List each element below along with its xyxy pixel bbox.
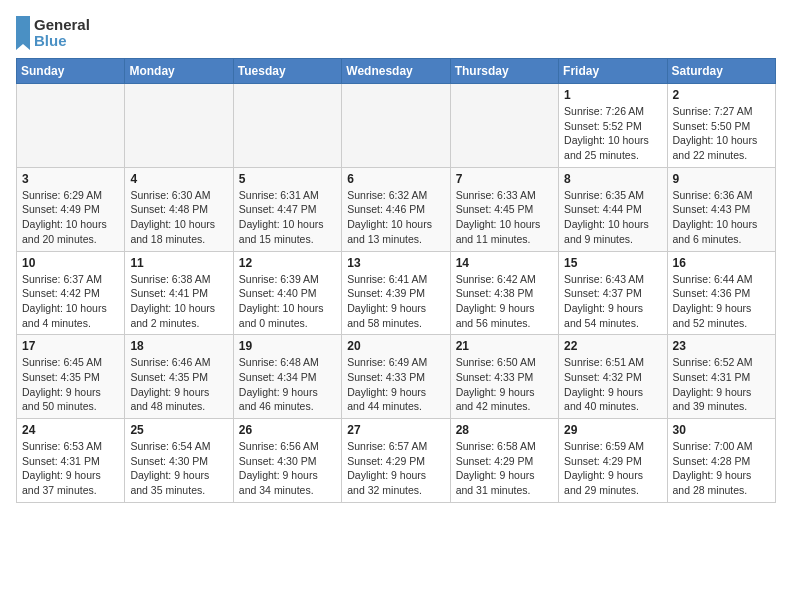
day-number: 8 xyxy=(564,172,661,186)
day-info: Sunrise: 6:51 AM Sunset: 4:32 PM Dayligh… xyxy=(564,355,661,414)
calendar-cell: 20Sunrise: 6:49 AM Sunset: 4:33 PM Dayli… xyxy=(342,335,450,419)
day-info: Sunrise: 7:26 AM Sunset: 5:52 PM Dayligh… xyxy=(564,104,661,163)
calendar-cell xyxy=(125,84,233,168)
calendar-cell: 16Sunrise: 6:44 AM Sunset: 4:36 PM Dayli… xyxy=(667,251,775,335)
day-number: 13 xyxy=(347,256,444,270)
calendar-cell: 18Sunrise: 6:46 AM Sunset: 4:35 PM Dayli… xyxy=(125,335,233,419)
day-info: Sunrise: 6:49 AM Sunset: 4:33 PM Dayligh… xyxy=(347,355,444,414)
calendar-header-tuesday: Tuesday xyxy=(233,59,341,84)
day-info: Sunrise: 6:56 AM Sunset: 4:30 PM Dayligh… xyxy=(239,439,336,498)
calendar-cell: 14Sunrise: 6:42 AM Sunset: 4:38 PM Dayli… xyxy=(450,251,558,335)
day-info: Sunrise: 6:31 AM Sunset: 4:47 PM Dayligh… xyxy=(239,188,336,247)
day-info: Sunrise: 7:27 AM Sunset: 5:50 PM Dayligh… xyxy=(673,104,770,163)
day-number: 23 xyxy=(673,339,770,353)
day-number: 17 xyxy=(22,339,119,353)
day-number: 2 xyxy=(673,88,770,102)
day-info: Sunrise: 6:36 AM Sunset: 4:43 PM Dayligh… xyxy=(673,188,770,247)
calendar-cell xyxy=(17,84,125,168)
calendar-cell: 17Sunrise: 6:45 AM Sunset: 4:35 PM Dayli… xyxy=(17,335,125,419)
logo-shape-icon xyxy=(16,16,30,50)
day-number: 22 xyxy=(564,339,661,353)
day-number: 4 xyxy=(130,172,227,186)
day-info: Sunrise: 6:37 AM Sunset: 4:42 PM Dayligh… xyxy=(22,272,119,331)
header: General Blue xyxy=(16,16,776,50)
calendar-cell xyxy=(342,84,450,168)
day-info: Sunrise: 6:45 AM Sunset: 4:35 PM Dayligh… xyxy=(22,355,119,414)
calendar-header-thursday: Thursday xyxy=(450,59,558,84)
calendar-cell xyxy=(450,84,558,168)
calendar-cell: 5Sunrise: 6:31 AM Sunset: 4:47 PM Daylig… xyxy=(233,167,341,251)
day-info: Sunrise: 6:52 AM Sunset: 4:31 PM Dayligh… xyxy=(673,355,770,414)
day-number: 11 xyxy=(130,256,227,270)
calendar-header-wednesday: Wednesday xyxy=(342,59,450,84)
logo-general: General xyxy=(34,17,90,34)
calendar-cell: 10Sunrise: 6:37 AM Sunset: 4:42 PM Dayli… xyxy=(17,251,125,335)
day-number: 20 xyxy=(347,339,444,353)
day-info: Sunrise: 6:54 AM Sunset: 4:30 PM Dayligh… xyxy=(130,439,227,498)
calendar-week-row: 3Sunrise: 6:29 AM Sunset: 4:49 PM Daylig… xyxy=(17,167,776,251)
day-number: 24 xyxy=(22,423,119,437)
calendar-week-row: 1Sunrise: 7:26 AM Sunset: 5:52 PM Daylig… xyxy=(17,84,776,168)
calendar-cell: 12Sunrise: 6:39 AM Sunset: 4:40 PM Dayli… xyxy=(233,251,341,335)
day-info: Sunrise: 6:35 AM Sunset: 4:44 PM Dayligh… xyxy=(564,188,661,247)
calendar-cell: 24Sunrise: 6:53 AM Sunset: 4:31 PM Dayli… xyxy=(17,419,125,503)
day-number: 30 xyxy=(673,423,770,437)
day-number: 14 xyxy=(456,256,553,270)
day-number: 9 xyxy=(673,172,770,186)
day-info: Sunrise: 6:33 AM Sunset: 4:45 PM Dayligh… xyxy=(456,188,553,247)
calendar-header-saturday: Saturday xyxy=(667,59,775,84)
day-number: 7 xyxy=(456,172,553,186)
calendar-week-row: 24Sunrise: 6:53 AM Sunset: 4:31 PM Dayli… xyxy=(17,419,776,503)
day-info: Sunrise: 6:32 AM Sunset: 4:46 PM Dayligh… xyxy=(347,188,444,247)
day-number: 12 xyxy=(239,256,336,270)
calendar-cell xyxy=(233,84,341,168)
calendar-cell: 26Sunrise: 6:56 AM Sunset: 4:30 PM Dayli… xyxy=(233,419,341,503)
calendar-header-monday: Monday xyxy=(125,59,233,84)
day-number: 3 xyxy=(22,172,119,186)
calendar-cell: 6Sunrise: 6:32 AM Sunset: 4:46 PM Daylig… xyxy=(342,167,450,251)
calendar-cell: 25Sunrise: 6:54 AM Sunset: 4:30 PM Dayli… xyxy=(125,419,233,503)
day-number: 18 xyxy=(130,339,227,353)
calendar-cell: 3Sunrise: 6:29 AM Sunset: 4:49 PM Daylig… xyxy=(17,167,125,251)
calendar-header-friday: Friday xyxy=(559,59,667,84)
calendar-cell: 2Sunrise: 7:27 AM Sunset: 5:50 PM Daylig… xyxy=(667,84,775,168)
calendar-cell: 28Sunrise: 6:58 AM Sunset: 4:29 PM Dayli… xyxy=(450,419,558,503)
day-info: Sunrise: 6:29 AM Sunset: 4:49 PM Dayligh… xyxy=(22,188,119,247)
day-number: 21 xyxy=(456,339,553,353)
calendar-cell: 7Sunrise: 6:33 AM Sunset: 4:45 PM Daylig… xyxy=(450,167,558,251)
day-number: 28 xyxy=(456,423,553,437)
calendar-cell: 13Sunrise: 6:41 AM Sunset: 4:39 PM Dayli… xyxy=(342,251,450,335)
day-number: 27 xyxy=(347,423,444,437)
day-number: 29 xyxy=(564,423,661,437)
logo-blue: Blue xyxy=(34,33,90,50)
calendar-cell: 11Sunrise: 6:38 AM Sunset: 4:41 PM Dayli… xyxy=(125,251,233,335)
calendar: SundayMondayTuesdayWednesdayThursdayFrid… xyxy=(16,58,776,503)
day-number: 15 xyxy=(564,256,661,270)
calendar-week-row: 17Sunrise: 6:45 AM Sunset: 4:35 PM Dayli… xyxy=(17,335,776,419)
calendar-header-sunday: Sunday xyxy=(17,59,125,84)
day-info: Sunrise: 6:39 AM Sunset: 4:40 PM Dayligh… xyxy=(239,272,336,331)
day-info: Sunrise: 6:30 AM Sunset: 4:48 PM Dayligh… xyxy=(130,188,227,247)
day-number: 16 xyxy=(673,256,770,270)
day-number: 19 xyxy=(239,339,336,353)
calendar-cell: 15Sunrise: 6:43 AM Sunset: 4:37 PM Dayli… xyxy=(559,251,667,335)
day-info: Sunrise: 6:53 AM Sunset: 4:31 PM Dayligh… xyxy=(22,439,119,498)
calendar-header-row: SundayMondayTuesdayWednesdayThursdayFrid… xyxy=(17,59,776,84)
day-info: Sunrise: 6:57 AM Sunset: 4:29 PM Dayligh… xyxy=(347,439,444,498)
logo: General Blue xyxy=(16,16,90,50)
day-number: 6 xyxy=(347,172,444,186)
day-number: 5 xyxy=(239,172,336,186)
calendar-week-row: 10Sunrise: 6:37 AM Sunset: 4:42 PM Dayli… xyxy=(17,251,776,335)
day-number: 10 xyxy=(22,256,119,270)
day-info: Sunrise: 6:58 AM Sunset: 4:29 PM Dayligh… xyxy=(456,439,553,498)
calendar-cell: 30Sunrise: 7:00 AM Sunset: 4:28 PM Dayli… xyxy=(667,419,775,503)
day-info: Sunrise: 6:46 AM Sunset: 4:35 PM Dayligh… xyxy=(130,355,227,414)
day-info: Sunrise: 6:48 AM Sunset: 4:34 PM Dayligh… xyxy=(239,355,336,414)
day-info: Sunrise: 6:44 AM Sunset: 4:36 PM Dayligh… xyxy=(673,272,770,331)
day-number: 25 xyxy=(130,423,227,437)
day-info: Sunrise: 6:42 AM Sunset: 4:38 PM Dayligh… xyxy=(456,272,553,331)
day-number: 1 xyxy=(564,88,661,102)
calendar-cell: 9Sunrise: 6:36 AM Sunset: 4:43 PM Daylig… xyxy=(667,167,775,251)
calendar-cell: 1Sunrise: 7:26 AM Sunset: 5:52 PM Daylig… xyxy=(559,84,667,168)
day-info: Sunrise: 6:41 AM Sunset: 4:39 PM Dayligh… xyxy=(347,272,444,331)
